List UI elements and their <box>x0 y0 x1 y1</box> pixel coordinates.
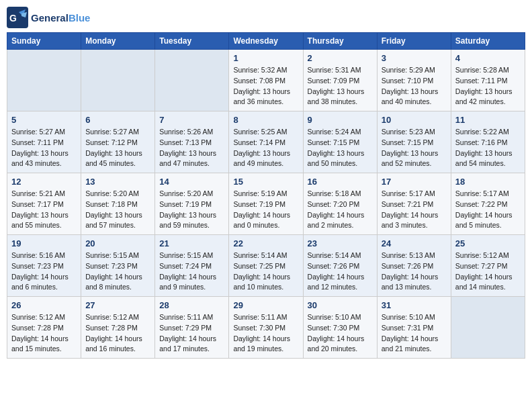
calendar-cell: 16Sunrise: 5:18 AMSunset: 7:20 PMDayligh… <box>303 173 377 235</box>
day-number: 19 <box>11 238 77 248</box>
svg-text:G: G <box>9 13 17 24</box>
calendar-cell: 5Sunrise: 5:27 AMSunset: 7:11 PMDaylight… <box>7 111 81 173</box>
calendar-cell: 10Sunrise: 5:23 AMSunset: 7:15 PMDayligh… <box>377 111 451 173</box>
day-number: 8 <box>233 115 298 125</box>
day-info: Sunrise: 5:27 AMSunset: 7:12 PMDaylight:… <box>85 127 150 169</box>
day-info: Sunrise: 5:25 AMSunset: 7:14 PMDaylight:… <box>233 127 298 169</box>
calendar-week-row: 26Sunrise: 5:12 AMSunset: 7:28 PMDayligh… <box>7 297 525 359</box>
weekday-header-tuesday: Tuesday <box>155 33 229 50</box>
day-info: Sunrise: 5:32 AMSunset: 7:08 PMDaylight:… <box>233 65 298 107</box>
day-number: 28 <box>159 300 224 310</box>
day-number: 12 <box>11 177 77 187</box>
calendar-cell: 3Sunrise: 5:29 AMSunset: 7:10 PMDaylight… <box>377 50 451 111</box>
calendar-cell: 31Sunrise: 5:10 AMSunset: 7:31 PMDayligh… <box>377 297 451 359</box>
calendar-cell: 1Sunrise: 5:32 AMSunset: 7:08 PMDaylight… <box>229 50 303 111</box>
day-info: Sunrise: 5:10 AMSunset: 7:30 PMDaylight:… <box>308 312 373 355</box>
calendar-cell: 6Sunrise: 5:27 AMSunset: 7:12 PMDaylight… <box>81 111 155 173</box>
calendar-cell <box>155 50 229 111</box>
calendar-cell: 4Sunrise: 5:28 AMSunset: 7:11 PMDaylight… <box>451 50 525 111</box>
day-number: 26 <box>11 300 77 310</box>
day-number: 22 <box>233 238 298 248</box>
day-number: 4 <box>455 53 521 63</box>
day-info: Sunrise: 5:11 AMSunset: 7:30 PMDaylight:… <box>233 312 298 355</box>
day-number: 14 <box>159 177 224 187</box>
day-info: Sunrise: 5:26 AMSunset: 7:13 PMDaylight:… <box>159 127 224 169</box>
logo-icon: G <box>7 7 28 28</box>
day-info: Sunrise: 5:28 AMSunset: 7:11 PMDaylight:… <box>455 65 521 107</box>
calendar-cell: 9Sunrise: 5:24 AMSunset: 7:15 PMDaylight… <box>303 111 377 173</box>
day-info: Sunrise: 5:14 AMSunset: 7:25 PMDaylight:… <box>233 250 298 293</box>
day-number: 2 <box>308 53 373 63</box>
day-info: Sunrise: 5:29 AMSunset: 7:10 PMDaylight:… <box>382 65 447 107</box>
day-number: 30 <box>308 300 373 310</box>
day-info: Sunrise: 5:16 AMSunset: 7:23 PMDaylight:… <box>11 250 77 293</box>
page-header: G GeneralBlue <box>7 7 525 28</box>
calendar-cell: 27Sunrise: 5:12 AMSunset: 7:28 PMDayligh… <box>81 297 155 359</box>
day-info: Sunrise: 5:22 AMSunset: 7:16 PMDaylight:… <box>455 127 521 169</box>
calendar-cell: 7Sunrise: 5:26 AMSunset: 7:13 PMDaylight… <box>155 111 229 173</box>
day-number: 23 <box>308 238 373 248</box>
calendar-cell: 2Sunrise: 5:31 AMSunset: 7:09 PMDaylight… <box>303 50 377 111</box>
day-number: 21 <box>159 238 224 248</box>
calendar-week-row: 5Sunrise: 5:27 AMSunset: 7:11 PMDaylight… <box>7 111 525 173</box>
calendar-cell: 13Sunrise: 5:20 AMSunset: 7:18 PMDayligh… <box>81 173 155 235</box>
day-number: 25 <box>455 238 521 248</box>
calendar-table: SundayMondayTuesdayWednesdayThursdayFrid… <box>7 32 525 359</box>
calendar-week-row: 1Sunrise: 5:32 AMSunset: 7:08 PMDaylight… <box>7 50 525 111</box>
day-info: Sunrise: 5:20 AMSunset: 7:19 PMDaylight:… <box>159 189 224 231</box>
calendar-cell: 21Sunrise: 5:15 AMSunset: 7:24 PMDayligh… <box>155 235 229 297</box>
day-info: Sunrise: 5:17 AMSunset: 7:21 PMDaylight:… <box>382 189 447 231</box>
day-info: Sunrise: 5:17 AMSunset: 7:22 PMDaylight:… <box>455 189 521 231</box>
logo-text: GeneralBlue <box>31 12 90 24</box>
day-number: 3 <box>382 53 447 63</box>
calendar-cell: 22Sunrise: 5:14 AMSunset: 7:25 PMDayligh… <box>229 235 303 297</box>
day-info: Sunrise: 5:23 AMSunset: 7:15 PMDaylight:… <box>382 127 447 169</box>
calendar-week-row: 19Sunrise: 5:16 AMSunset: 7:23 PMDayligh… <box>7 235 525 297</box>
day-number: 9 <box>308 115 373 125</box>
day-number: 27 <box>85 300 150 310</box>
calendar-cell <box>7 50 81 111</box>
weekday-header-saturday: Saturday <box>451 33 525 50</box>
calendar-cell: 28Sunrise: 5:11 AMSunset: 7:29 PMDayligh… <box>155 297 229 359</box>
day-number: 5 <box>11 115 77 125</box>
day-number: 20 <box>85 238 150 248</box>
calendar-body: 1Sunrise: 5:32 AMSunset: 7:08 PMDaylight… <box>7 50 525 359</box>
calendar-cell: 14Sunrise: 5:20 AMSunset: 7:19 PMDayligh… <box>155 173 229 235</box>
weekday-header-sunday: Sunday <box>7 33 81 50</box>
weekday-header-monday: Monday <box>81 33 155 50</box>
calendar-cell <box>451 297 525 359</box>
day-info: Sunrise: 5:12 AMSunset: 7:28 PMDaylight:… <box>11 312 77 355</box>
day-number: 15 <box>233 177 298 187</box>
calendar-cell: 20Sunrise: 5:15 AMSunset: 7:23 PMDayligh… <box>81 235 155 297</box>
day-info: Sunrise: 5:14 AMSunset: 7:26 PMDaylight:… <box>308 250 373 293</box>
calendar-cell: 15Sunrise: 5:19 AMSunset: 7:19 PMDayligh… <box>229 173 303 235</box>
day-info: Sunrise: 5:31 AMSunset: 7:09 PMDaylight:… <box>308 65 373 107</box>
weekday-header-thursday: Thursday <box>303 33 377 50</box>
calendar-cell: 24Sunrise: 5:13 AMSunset: 7:26 PMDayligh… <box>377 235 451 297</box>
day-number: 29 <box>233 300 298 310</box>
day-number: 13 <box>85 177 150 187</box>
calendar-cell: 29Sunrise: 5:11 AMSunset: 7:30 PMDayligh… <box>229 297 303 359</box>
day-info: Sunrise: 5:13 AMSunset: 7:26 PMDaylight:… <box>382 250 447 293</box>
weekday-header-wednesday: Wednesday <box>229 33 303 50</box>
calendar-cell: 23Sunrise: 5:14 AMSunset: 7:26 PMDayligh… <box>303 235 377 297</box>
day-info: Sunrise: 5:10 AMSunset: 7:31 PMDaylight:… <box>382 312 447 355</box>
day-info: Sunrise: 5:24 AMSunset: 7:15 PMDaylight:… <box>308 127 373 169</box>
day-info: Sunrise: 5:19 AMSunset: 7:19 PMDaylight:… <box>233 189 298 231</box>
day-info: Sunrise: 5:21 AMSunset: 7:17 PMDaylight:… <box>11 189 77 231</box>
day-info: Sunrise: 5:12 AMSunset: 7:28 PMDaylight:… <box>85 312 150 355</box>
calendar-cell: 25Sunrise: 5:12 AMSunset: 7:27 PMDayligh… <box>451 235 525 297</box>
calendar-cell <box>81 50 155 111</box>
day-info: Sunrise: 5:15 AMSunset: 7:24 PMDaylight:… <box>159 250 224 293</box>
day-number: 17 <box>382 177 447 187</box>
day-info: Sunrise: 5:15 AMSunset: 7:23 PMDaylight:… <box>85 250 150 293</box>
logo: G GeneralBlue <box>7 7 90 28</box>
day-number: 16 <box>308 177 373 187</box>
day-info: Sunrise: 5:11 AMSunset: 7:29 PMDaylight:… <box>159 312 224 355</box>
day-number: 6 <box>85 115 150 125</box>
calendar-cell: 30Sunrise: 5:10 AMSunset: 7:30 PMDayligh… <box>303 297 377 359</box>
day-info: Sunrise: 5:20 AMSunset: 7:18 PMDaylight:… <box>85 189 150 231</box>
calendar-cell: 8Sunrise: 5:25 AMSunset: 7:14 PMDaylight… <box>229 111 303 173</box>
day-number: 1 <box>233 53 298 63</box>
calendar-week-row: 12Sunrise: 5:21 AMSunset: 7:17 PMDayligh… <box>7 173 525 235</box>
